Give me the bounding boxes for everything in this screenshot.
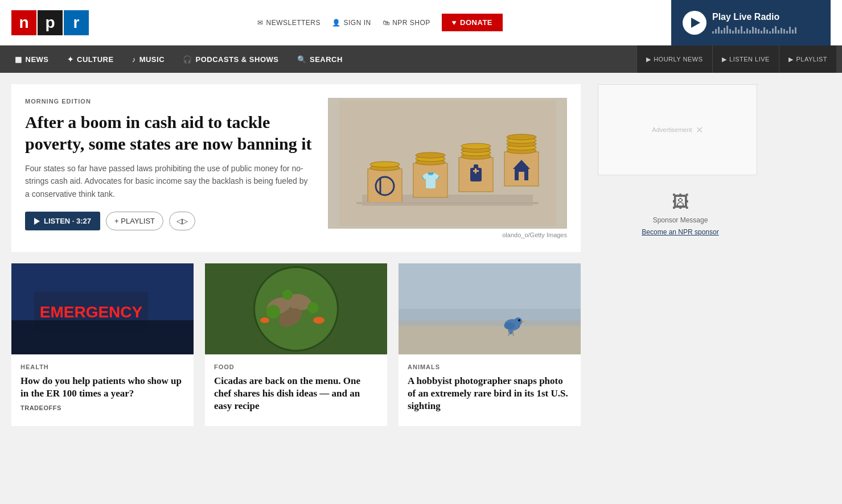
header-right: ✉ NEWSLETTERS 👤 SIGN IN 🛍 NPR SHOP ♥ DON… — [257, 14, 503, 31]
donate-button[interactable]: ♥ DONATE — [442, 14, 503, 31]
live-radio-label: Play Live Radio — [712, 12, 796, 22]
live-radio-panel: Play Live Radio — [671, 0, 831, 46]
logo-p: p — [38, 10, 63, 35]
nav-right: ▶ HOURLY NEWS ▶ LISTEN LIVE ▶ PLAYLIST — [636, 46, 836, 73]
advertisement-block: Advertisement ✕ — [598, 84, 757, 175]
image-caption: olando_o/Getty Images — [328, 232, 567, 238]
nav-item-search[interactable]: 🔍 SEARCH — [288, 46, 352, 73]
play-icon-playlist: ▶ — [788, 56, 794, 63]
sidebar: Advertisement ✕ 🖼 Sponsor Message Become… — [592, 73, 769, 437]
become-sponsor-link[interactable]: Become an NPR sponsor — [642, 228, 718, 236]
card-animals-title[interactable]: A hobbyist photographer snaps photo of a… — [408, 375, 572, 412]
cards-row: EMERGENCY HEALTH How do you help patient… — [11, 263, 581, 426]
card-food-body: FOOD Cicadas are back on the menu. One c… — [205, 354, 387, 426]
featured-section-label: MORNING EDITION — [25, 98, 314, 105]
card-health-body: HEALTH How do you help patients who show… — [11, 354, 194, 420]
embed-button[interactable]: ◁▷ — [169, 212, 195, 230]
heart-icon: ♥ — [452, 18, 457, 27]
headphones-icon: 🎧 — [183, 55, 192, 64]
nav-left: ▦ NEWS ✦ CULTURE ♪ MUSIC 🎧 PODCASTS & SH… — [6, 46, 352, 73]
ad-label: Advertisement — [652, 126, 692, 133]
svg-text:👕: 👕 — [421, 171, 441, 190]
svg-point-29 — [507, 134, 536, 140]
svg-point-57 — [504, 323, 515, 329]
emergency-svg: EMERGENCY — [11, 263, 194, 354]
shop-icon: 🛍 — [383, 19, 390, 27]
play-icon-hourly: ▶ — [646, 56, 651, 63]
newsletters-label: NEWSLETTERS — [266, 19, 321, 27]
ad-close-icon[interactable]: ✕ — [696, 125, 703, 135]
nav-music-label: MUSIC — [139, 55, 165, 64]
card-animals-body: ANIMALS A hobbyist photographer snaps ph… — [399, 354, 581, 426]
card-food: FOOD Cicadas are back on the menu. One c… — [205, 263, 387, 426]
radio-wave — [712, 26, 796, 34]
listen-live-label: LISTEN LIVE — [729, 56, 770, 63]
card-health: EMERGENCY HEALTH How do you help patient… — [11, 263, 194, 426]
svg-point-20 — [461, 143, 491, 149]
card-animals-image — [399, 263, 581, 354]
play-icon-live: ▶ — [722, 56, 727, 63]
nav-item-culture[interactable]: ✦ CULTURE — [58, 46, 123, 73]
listen-button[interactable]: LISTEN · 3:27 — [25, 212, 100, 230]
content-area: MORNING EDITION After a boom in cash aid… — [0, 73, 592, 437]
logo-n: n — [11, 10, 36, 35]
bird-svg — [399, 263, 581, 354]
card-health-section: HEALTH — [20, 363, 184, 370]
newsletters-link[interactable]: ✉ NEWSLETTERS — [257, 19, 321, 27]
card-health-image: EMERGENCY — [11, 263, 194, 354]
shop-label: NPR SHOP — [392, 19, 430, 27]
svg-rect-30 — [356, 202, 539, 204]
nav-listen-live[interactable]: ▶ LISTEN LIVE — [712, 46, 779, 73]
card-food-title[interactable]: Cicadas are back on the menu. One chef s… — [214, 375, 378, 412]
svg-text:EMERGENCY: EMERGENCY — [40, 303, 143, 321]
search-icon: 🔍 — [297, 55, 307, 64]
logo-wrap: n p r — [11, 10, 89, 35]
card-health-source: TRADEOFFS — [20, 404, 184, 411]
embed-icon: ◁▷ — [176, 217, 188, 225]
featured-description: Four states so far have passed laws proh… — [25, 162, 314, 200]
npr-logo[interactable]: n p r — [11, 10, 89, 35]
svg-point-35 — [154, 269, 176, 292]
card-food-image — [205, 263, 387, 354]
envelope-icon: ✉ — [257, 19, 264, 27]
featured-actions: LISTEN · 3:27 + PLAYLIST ◁▷ — [25, 212, 314, 230]
header: n p r ✉ NEWSLETTERS 👤 SIGN IN 🛍 NPR SHOP… — [0, 0, 842, 46]
play-button[interactable] — [683, 11, 707, 35]
add-playlist-button[interactable]: + PLAYLIST — [106, 212, 163, 230]
svg-point-42 — [266, 305, 280, 319]
nav-playlist[interactable]: ▶ PLAYLIST — [779, 46, 836, 73]
music-icon: ♪ — [132, 55, 136, 64]
listen-play-icon — [34, 218, 40, 225]
featured-article: MORNING EDITION After a boom in cash aid… — [11, 84, 581, 252]
card-food-section: FOOD — [214, 363, 378, 370]
svg-point-46 — [313, 317, 325, 324]
svg-point-58 — [518, 319, 520, 321]
card-health-title[interactable]: How do you help patients who show up in … — [20, 375, 184, 400]
sign-in-label: SIGN IN — [344, 19, 371, 27]
live-radio-info: Play Live Radio — [712, 12, 796, 34]
listen-label: LISTEN · 3:27 — [44, 217, 91, 225]
nav-hourly-news[interactable]: ▶ HOURLY NEWS — [636, 46, 712, 73]
ad-container: Advertisement ✕ — [598, 84, 763, 175]
svg-rect-50 — [399, 309, 581, 326]
news-icon: ▦ — [15, 55, 22, 64]
logo-r: r — [64, 10, 89, 35]
featured-image: 👕 — [328, 98, 567, 229]
sign-in-link[interactable]: 👤 SIGN IN — [332, 19, 371, 27]
sponsor-message: Sponsor Message — [603, 216, 757, 224]
svg-rect-16 — [475, 168, 477, 173]
nav-item-news[interactable]: ▦ NEWS — [6, 46, 58, 73]
sponsor-image-icon: 🖼 — [603, 192, 757, 212]
svg-point-11 — [416, 152, 445, 158]
svg-point-47 — [260, 317, 269, 323]
shop-link[interactable]: 🛍 NPR SHOP — [383, 19, 430, 27]
sponsor-section: 🖼 Sponsor Message Become an NPR sponsor — [598, 187, 763, 242]
svg-rect-34 — [11, 320, 194, 354]
nav-item-music[interactable]: ♪ MUSIC — [123, 46, 174, 73]
svg-point-6 — [370, 162, 400, 167]
main-nav: ▦ NEWS ✦ CULTURE ♪ MUSIC 🎧 PODCASTS & SH… — [0, 46, 842, 73]
culture-icon: ✦ — [67, 55, 74, 64]
svg-point-44 — [282, 290, 293, 300]
playlist-label: PLAYLIST — [796, 56, 827, 63]
nav-item-podcasts[interactable]: 🎧 PODCASTS & SHOWS — [174, 46, 287, 73]
